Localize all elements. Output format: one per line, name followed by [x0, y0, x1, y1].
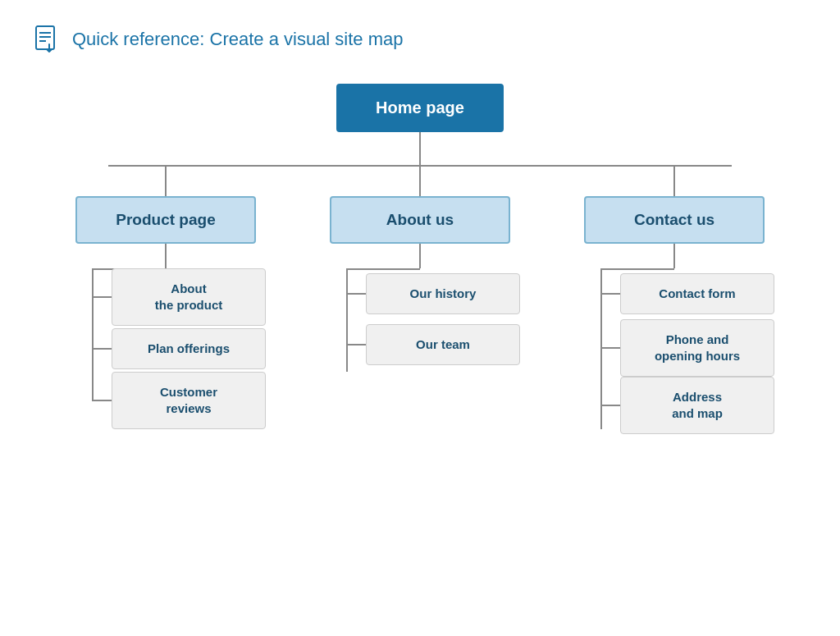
col2-connector — [419, 167, 421, 196]
top-horizontal-bar-wrapper — [108, 165, 732, 167]
sitemap-diagram: Home page Product page — [33, 84, 807, 465]
column-contact: Contact us Contact form Phone andopening — [576, 167, 773, 465]
col1-connector — [165, 167, 167, 196]
home-page-node: Home page — [336, 84, 504, 132]
contact-us-node: Contact us — [584, 196, 765, 244]
child-phone-hours: Phone andopening hours — [620, 319, 774, 377]
page-wrapper: Quick reference: Create a visual site ma… — [0, 0, 840, 636]
column-about: About us Our history Our team — [322, 167, 518, 465]
col3-connector — [673, 167, 675, 196]
child-customer-reviews: Customerreviews — [112, 372, 266, 430]
child-about-product: Aboutthe product — [112, 268, 266, 327]
top-horizontal-bar — [108, 165, 732, 167]
child-plan-offerings: Plan offerings — [112, 328, 266, 369]
header: Quick reference: Create a visual site ma… — [33, 25, 807, 54]
page-title: Quick reference: Create a visual site ma… — [72, 29, 404, 50]
product-page-node: Product page — [75, 196, 256, 244]
about-us-node: About us — [330, 196, 510, 244]
child-address-map: Addressand map — [620, 377, 774, 435]
columns-container: Product page Aboutthe product — [67, 167, 773, 465]
child-our-team: Our team — [366, 324, 520, 365]
column-product: Product page Aboutthe product — [67, 167, 264, 465]
child-our-history: Our history — [366, 273, 520, 314]
document-download-icon — [33, 25, 62, 54]
home-connector — [419, 132, 421, 165]
child-contact-form: Contact form — [620, 273, 774, 314]
